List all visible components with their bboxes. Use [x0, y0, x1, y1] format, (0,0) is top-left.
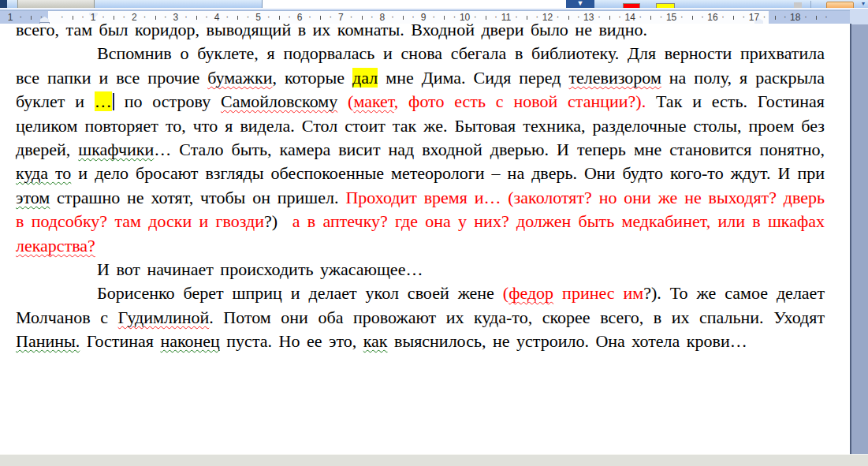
toolbar-combobox[interactable] [262, 0, 567, 8]
ruler-tick: · [618, 11, 621, 22]
text-run: Гостиная [80, 331, 160, 351]
ruler-number: 8 [379, 12, 385, 23]
ruler-strip: 1····1··2··3··4··5··6··7··8··9··10··11··… [0, 8, 868, 24]
ruler-tick: · [61, 11, 64, 22]
text-run: телевизором [568, 68, 661, 88]
text-run: всего, там был коридор, выводящий в их к… [16, 24, 647, 39]
text-run: этом [16, 188, 50, 207]
ruler-tick [362, 16, 363, 20]
document-text[interactable]: всего, там был коридор, выводящий в их к… [16, 24, 825, 354]
text-run: страшно не хотят, чтобы он пришел. [50, 188, 345, 207]
text-run: наконец [160, 331, 219, 351]
text-run [337, 91, 348, 111]
paragraph[interactable]: И вот начинает происходить ужасающее… [16, 258, 825, 281]
ruler-tick: · [453, 11, 456, 22]
ruler-number: 11 [501, 12, 511, 23]
paragraph[interactable]: всего, там был коридор, выводящий в их к… [16, 24, 825, 42]
ruler-tick: · [329, 11, 332, 22]
ruler-tick: · [40, 11, 43, 22]
ruler-tick [486, 16, 486, 20]
document-page[interactable]: всего, там был коридор, выводящий в их к… [0, 24, 850, 455]
ruler-number: 2 [132, 12, 137, 23]
ruler-tick [775, 16, 776, 20]
toolbar-overflow-arrow[interactable]: ▾ [859, 0, 868, 8]
page-right-edge [850, 24, 851, 455]
ruler[interactable]: 1····1··2··3··4··5··6··7··8··9··10··11··… [0, 10, 850, 24]
ruler-tick: · [763, 11, 766, 22]
ruler-tick: · [660, 11, 663, 22]
ruler-tick [155, 16, 156, 20]
paragraph[interactable]: Вспомнив о буклете, я подорвалась и снов… [16, 42, 825, 258]
ruler-tick: · [742, 11, 745, 22]
text-run: выяснилось, не устроило. Она хотела кров… [388, 331, 747, 351]
ruler-tick [279, 16, 280, 20]
text-run: Самойловскому [221, 91, 337, 111]
text-run: ?). [643, 283, 661, 303]
ruler-tick: · [598, 11, 601, 22]
ruler-tick [609, 16, 610, 20]
ruler-tick: · [535, 11, 538, 22]
toolbar-button-partial-2[interactable] [794, 2, 802, 8]
text-run: принес им [553, 283, 643, 303]
ruler-number: 12 [542, 12, 553, 23]
ruler-tick: · [639, 11, 642, 22]
chevron-down-icon: ▾ [862, 0, 865, 7]
text-run: федор [509, 283, 553, 303]
ruler-tick: · [143, 11, 147, 22]
ruler-tick [816, 16, 817, 20]
ruler-tick: · [577, 11, 580, 22]
text-run: и дело бросают взгляды обеспокоенные мет… [71, 163, 825, 183]
combobox-dropdown-button[interactable]: ▼ [566, 0, 594, 8]
toolbar-separator [810, 1, 811, 8]
text-run: шкафчики [78, 140, 154, 159]
text-run: И вот начинает происходить ужасающее… [97, 259, 423, 279]
ruler-number: 5 [255, 12, 261, 23]
ruler-number: 17 [749, 12, 759, 23]
text-run: по острову [114, 91, 221, 111]
toolbar-button-orange[interactable] [826, 2, 854, 8]
text-run: , которые [272, 68, 352, 88]
ruler-tick: · [350, 11, 353, 22]
text-run: как [363, 331, 388, 351]
ruler-tick: · [557, 11, 560, 22]
ruler-number: 15 [666, 12, 676, 23]
text-run: дал [352, 68, 378, 88]
text-run: ?) [264, 211, 278, 231]
ruler-tick: · [412, 11, 415, 22]
ruler-number: 9 [421, 12, 427, 23]
ruler-tick [444, 16, 445, 20]
ruler-number: 13 [583, 12, 594, 23]
ruler-tick: · [474, 11, 477, 22]
text-run: . Потом они оба провожают их куда-то, ск… [209, 308, 825, 327]
ruler-tick: · [102, 11, 105, 22]
ruler-tick: · [515, 11, 518, 22]
ruler-number: 14 [625, 12, 635, 23]
ruler-tick [73, 16, 73, 20]
ruler-tick: · [308, 11, 311, 22]
ruler-tick [114, 16, 114, 20]
chevron-down-icon: ▼ [577, 0, 584, 7]
ruler-number: 4 [214, 12, 220, 23]
toolbar-button-partial[interactable] [17, 0, 95, 8]
ruler-number: 18 [790, 12, 800, 23]
ruler-tick: · [721, 11, 725, 22]
ruler-tick: · [391, 11, 394, 22]
ruler-tick: · [267, 11, 270, 22]
ruler-tick [692, 16, 693, 20]
ruler-number: 10 [460, 12, 470, 23]
ruler-tick: · [288, 11, 291, 22]
ruler-tick: · [680, 11, 684, 22]
ruler-number: 7 [338, 12, 344, 23]
ruler-tick: · [247, 11, 250, 22]
text-run: мне Дима. Сидя перед [378, 68, 568, 88]
paragraph[interactable]: Борисенко берет шприц и делает укол свое… [16, 281, 825, 353]
ruler-tick: · [122, 11, 125, 22]
ruler-tick: · [184, 11, 188, 22]
ruler-tick: · [19, 11, 22, 22]
ruler-tick [237, 16, 238, 20]
horizontal-scrollbar[interactable] [0, 454, 868, 466]
ruler-tick [196, 16, 197, 20]
ruler-right-margin-zone [769, 11, 850, 24]
ruler-tick [320, 16, 321, 20]
ruler-tick: · [804, 11, 807, 22]
